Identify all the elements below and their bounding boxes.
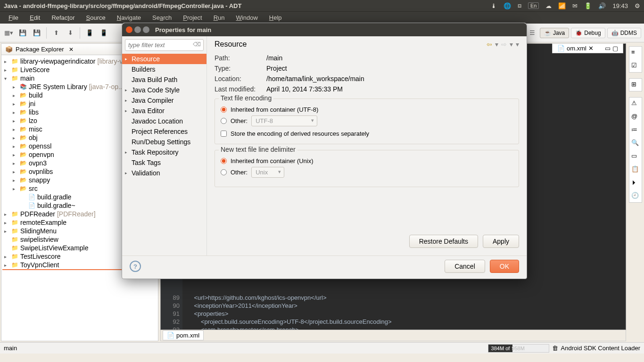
delim-other-radio[interactable] xyxy=(221,169,227,175)
status-left: main xyxy=(4,345,17,352)
trash-icon[interactable]: 🗑 xyxy=(552,345,558,352)
dialog-title-bar[interactable]: Properties for main xyxy=(122,23,527,36)
delim-select[interactable]: Unix xyxy=(251,167,284,178)
memory-monitor[interactable]: 384M of 958M xyxy=(488,344,549,353)
avd-button[interactable]: 📱 xyxy=(98,27,109,39)
menu-run[interactable]: Run xyxy=(209,13,230,22)
menu-search[interactable]: Search xyxy=(148,13,176,22)
close-icon[interactable]: ✕ xyxy=(69,46,74,53)
menu-icon[interactable]: ▾ xyxy=(516,41,519,48)
minimize-icon[interactable]: ▭ xyxy=(605,45,611,52)
forward-icon[interactable]: ⇨ xyxy=(501,41,507,48)
menu-navigate[interactable]: Navigate xyxy=(112,13,146,22)
encoding-other-radio[interactable] xyxy=(221,118,227,124)
maximize-icon[interactable]: ▢ xyxy=(612,45,618,52)
apply-button[interactable]: Apply xyxy=(483,235,519,248)
separator xyxy=(80,27,80,39)
menubar: File Edit Refactor Source Navigate Searc… xyxy=(0,11,644,24)
status-bar: main 384M of 958M 🗑 Android SDK Content … xyxy=(0,342,644,354)
new-button[interactable]: ▦▾ xyxy=(3,27,14,39)
declaration-icon[interactable]: ≔ xyxy=(631,126,640,134)
history-icon[interactable]: 🕘 xyxy=(631,192,640,200)
perspective-ddms[interactable]: 🤖DDMS xyxy=(607,28,641,38)
perspective-debug[interactable]: 🐞Debug xyxy=(571,28,605,38)
status-task: Android SDK Content Loader xyxy=(561,345,640,352)
gear-icon[interactable]: ⚙ xyxy=(635,2,640,9)
android-sdk-button[interactable]: 📱 xyxy=(84,27,95,39)
fwd-menu-icon[interactable]: ▾ xyxy=(510,41,513,48)
outline-icon[interactable]: ≡ xyxy=(631,49,640,57)
xml-file-icon: 📄 xyxy=(167,332,174,339)
help-icon[interactable]: ? xyxy=(130,261,141,272)
prop-type-key: Type: xyxy=(215,65,266,72)
tasks-icon[interactable]: ☑ xyxy=(631,62,640,70)
download-button[interactable]: ⬇ xyxy=(65,27,76,39)
filter-input[interactable] xyxy=(125,39,204,51)
outline-icon[interactable]: ⊞ xyxy=(631,81,640,89)
progress-icon[interactable]: ⏵ xyxy=(631,179,640,187)
java-icon: ☕ xyxy=(544,30,551,36)
menu-edit[interactable]: Edit xyxy=(25,13,45,22)
problems-icon[interactable]: ⚠ xyxy=(631,99,640,108)
volume-icon[interactable]: 🔊 xyxy=(598,2,606,9)
category-item[interactable]: ▸Java Compiler xyxy=(122,95,206,106)
back-menu-icon[interactable]: ▾ xyxy=(495,41,498,48)
clear-filter-icon[interactable]: ⌫ xyxy=(193,41,201,48)
maximize-window-button[interactable] xyxy=(143,26,149,33)
thermometer-icon[interactable]: 🌡 xyxy=(491,2,497,9)
editor-tab-pom[interactable]: 📄 om.xml ✕ ▭ ▢ xyxy=(552,43,623,53)
battery-icon[interactable]: 🔋 xyxy=(584,2,592,9)
dialog-content: Resource ⇦▾ ⇨▾ ▾ Path:/main Type:Project… xyxy=(207,36,527,255)
xml-file-icon: 📄 xyxy=(557,45,565,52)
wifi-icon[interactable]: 📶 xyxy=(558,2,566,9)
mail-icon[interactable]: ✉ xyxy=(572,2,578,9)
category-item[interactable]: ▸Java Code Style xyxy=(122,85,206,95)
globe-icon[interactable]: 🌐 xyxy=(504,2,511,9)
delim-inherited-radio[interactable] xyxy=(221,158,227,164)
close-window-button[interactable] xyxy=(126,26,132,33)
logcat-icon[interactable]: 📋 xyxy=(631,165,640,174)
cloud-icon[interactable]: ☁ xyxy=(545,2,552,9)
back-icon[interactable]: ⇦ xyxy=(487,41,492,48)
save-all-button[interactable]: 💾 xyxy=(31,27,42,39)
system-title-bar: Java - android-ffmpeg-library/src/org/ff… xyxy=(0,0,644,11)
open-perspective-button[interactable]: ☰ xyxy=(527,27,538,39)
lang-indicator[interactable]: En xyxy=(528,2,539,9)
clock[interactable]: 19:43 xyxy=(612,2,628,9)
ok-button[interactable]: OK xyxy=(490,260,519,273)
category-item[interactable]: Javadoc Location xyxy=(122,116,206,126)
encoding-inherited-radio[interactable] xyxy=(221,107,227,113)
category-item[interactable]: Run/Debug Settings xyxy=(122,137,206,147)
category-item[interactable]: Task Tags xyxy=(122,157,206,168)
menu-refactor[interactable]: Refactor xyxy=(47,13,79,22)
search-icon[interactable]: 🔍 xyxy=(631,139,640,148)
editor-tab-bottom-pom[interactable]: 📄 pom.xml xyxy=(163,330,204,340)
separator xyxy=(46,27,47,39)
category-item[interactable]: ▸Validation xyxy=(122,168,206,178)
menu-source[interactable]: Source xyxy=(82,13,110,22)
menu-project[interactable]: Project xyxy=(178,13,206,22)
encoding-select[interactable]: UTF-8 xyxy=(251,115,317,126)
package-icon: 📦 xyxy=(5,46,13,53)
dropbox-icon[interactable]: ⧈ xyxy=(518,2,521,9)
restore-defaults-button[interactable]: Restore Defaults xyxy=(409,235,478,248)
right-icon-strip: ≡☑ ⊞ ⚠@≔🔍▭📋⏵🕘 xyxy=(627,42,644,342)
category-item[interactable]: ▸Resource xyxy=(122,54,206,64)
console-icon[interactable]: ▭ xyxy=(631,152,640,161)
category-item[interactable]: Java Build Path xyxy=(122,74,206,85)
store-derived-checkbox[interactable] xyxy=(221,131,227,137)
category-item[interactable]: ▸Java Editor xyxy=(122,106,206,116)
close-icon[interactable]: ✕ xyxy=(588,45,594,52)
menu-window[interactable]: Window xyxy=(231,13,263,22)
category-item[interactable]: Project References xyxy=(122,126,206,137)
javadoc-icon[interactable]: @ xyxy=(631,113,640,121)
category-item[interactable]: ▸Task Repository xyxy=(122,147,206,157)
cancel-button[interactable]: Cancel xyxy=(445,260,485,273)
menu-help[interactable]: Help xyxy=(264,13,287,22)
save-button[interactable]: 💾 xyxy=(17,27,28,39)
category-item[interactable]: Builders xyxy=(122,64,206,74)
menu-file[interactable]: File xyxy=(4,13,23,22)
upload-button[interactable]: ⬆ xyxy=(50,27,62,39)
perspective-java[interactable]: ☕Java xyxy=(540,28,569,38)
minimize-window-button[interactable] xyxy=(134,26,141,33)
